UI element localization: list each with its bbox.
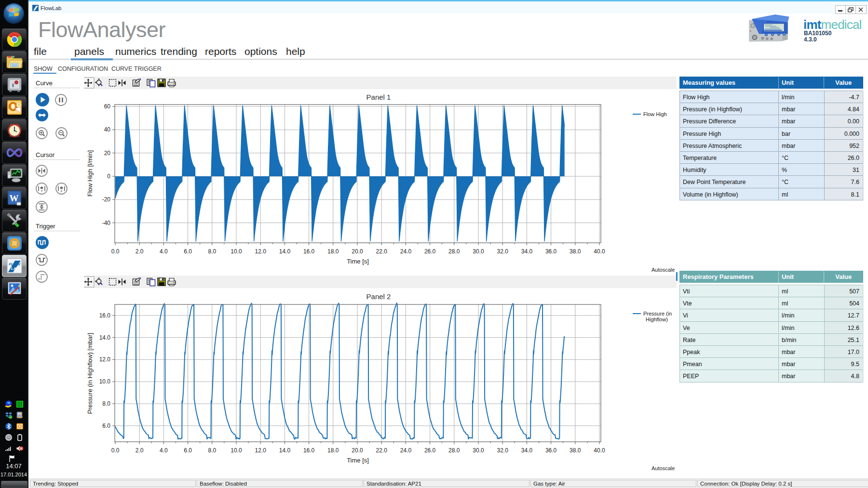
svg-text:24.0: 24.0 [400, 248, 412, 255]
svg-text:34.0: 34.0 [521, 447, 533, 454]
svg-text:FLOW: FLOW [9, 262, 21, 266]
svg-text:60: 60 [104, 103, 111, 110]
svg-text:Flow High [l/min]: Flow High [l/min] [86, 150, 94, 197]
svg-text:12.0: 12.0 [99, 356, 111, 363]
svg-text:0.0: 0.0 [111, 248, 120, 255]
svg-text:20.0: 20.0 [352, 248, 363, 255]
svg-text:F: F [60, 190, 62, 193]
svg-text:26.0: 26.0 [424, 447, 436, 454]
svg-text:12.0: 12.0 [255, 447, 267, 454]
svg-text:20.0: 20.0 [352, 447, 363, 454]
svg-text:10.0: 10.0 [231, 248, 242, 255]
svg-text:20: 20 [104, 150, 111, 157]
svg-text:16.0: 16.0 [303, 248, 315, 255]
svg-text:18.0: 18.0 [327, 447, 339, 454]
svg-text:10.0: 10.0 [99, 378, 111, 385]
svg-text:Flow High: Flow High [643, 111, 667, 117]
svg-text:Highflow): Highflow) [646, 317, 668, 322]
svg-text:32.0: 32.0 [497, 447, 509, 454]
svg-text:-40: -40 [102, 220, 111, 226]
svg-text:14.0: 14.0 [99, 334, 111, 341]
svg-text:26.0: 26.0 [424, 248, 436, 255]
svg-text:2.0: 2.0 [136, 248, 144, 255]
svg-text:Panel 1: Panel 1 [366, 93, 391, 101]
svg-text:28.0: 28.0 [448, 248, 460, 255]
svg-text:14.0: 14.0 [279, 248, 291, 255]
svg-text:40.0: 40.0 [594, 248, 605, 255]
svg-text:6.0: 6.0 [184, 447, 192, 454]
svg-text:24.0: 24.0 [400, 447, 412, 454]
svg-text:30.0: 30.0 [473, 248, 484, 255]
svg-text:Time [s]: Time [s] [347, 258, 369, 265]
svg-text:0.0: 0.0 [111, 447, 120, 454]
svg-text:38.0: 38.0 [570, 248, 581, 255]
svg-text:10.0: 10.0 [231, 447, 242, 454]
svg-text:Time [s]: Time [s] [347, 457, 369, 464]
svg-text:8.0: 8.0 [208, 248, 216, 255]
svg-text:Pressure (in: Pressure (in [643, 311, 672, 317]
svg-text:40.0: 40.0 [594, 447, 605, 454]
svg-text:Autoscale: Autoscale [651, 267, 675, 273]
svg-text:T: T [41, 190, 43, 193]
svg-text:34.0: 34.0 [521, 248, 533, 255]
svg-text:36.0: 36.0 [545, 248, 557, 255]
svg-text:-20: -20 [102, 196, 111, 203]
svg-text:18.0: 18.0 [327, 248, 339, 255]
svg-text:36.0: 36.0 [545, 447, 557, 454]
svg-text:8.0: 8.0 [102, 400, 110, 407]
svg-text:22.0: 22.0 [376, 447, 388, 454]
svg-text:0: 0 [107, 173, 110, 180]
svg-text:22.0: 22.0 [376, 248, 388, 255]
svg-text:LAB: LAB [11, 266, 19, 271]
svg-text:6.0: 6.0 [184, 248, 192, 255]
svg-text:2.0: 2.0 [136, 447, 144, 454]
svg-text:4.0: 4.0 [160, 447, 168, 454]
svg-text:14.0: 14.0 [279, 447, 291, 454]
svg-text:12.0: 12.0 [255, 248, 267, 255]
svg-text:8.0: 8.0 [208, 447, 216, 454]
svg-text:16.0: 16.0 [303, 447, 315, 454]
svg-text:Autoscale: Autoscale [651, 465, 675, 471]
svg-text:4.0: 4.0 [160, 248, 168, 255]
svg-text:6.0: 6.0 [102, 422, 110, 429]
svg-text:16.0: 16.0 [99, 312, 111, 319]
svg-text:38.0: 38.0 [570, 447, 581, 454]
svg-text:40: 40 [104, 126, 111, 133]
svg-text:32.0: 32.0 [497, 248, 509, 255]
svg-text:Panel 2: Panel 2 [366, 292, 391, 301]
svg-text:30.0: 30.0 [473, 447, 484, 454]
svg-text:W: W [9, 193, 18, 203]
svg-text:28.0: 28.0 [448, 447, 460, 454]
svg-text:Pressure (in Highflow) [mbar]: Pressure (in Highflow) [mbar] [86, 333, 94, 414]
